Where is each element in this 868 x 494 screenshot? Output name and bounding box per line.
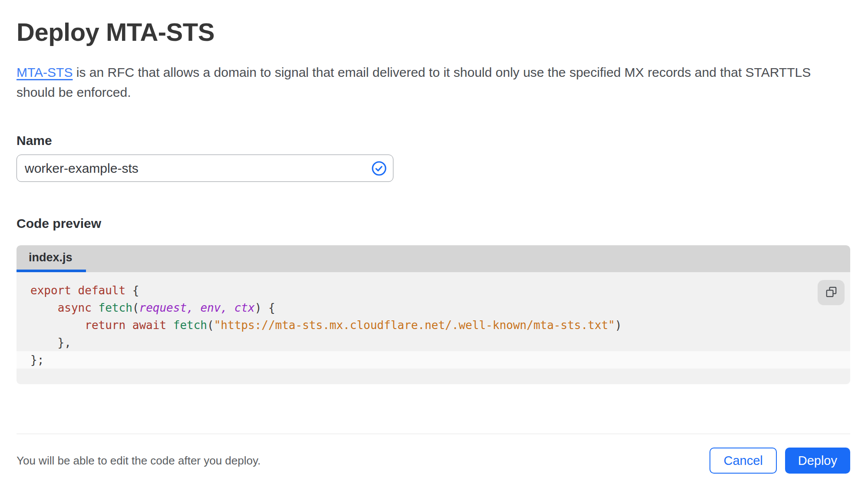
code-line: async fetch(request, env, ctx) { xyxy=(17,299,850,316)
name-input[interactable] xyxy=(17,155,393,182)
check-circle-icon xyxy=(371,161,387,176)
code-line: return await fetch("https://mta-sts.mx.c… xyxy=(17,316,850,334)
cancel-button[interactable]: Cancel xyxy=(710,448,776,474)
intro-paragraph: MTA-STS is an RFC that allows a domain t… xyxy=(17,63,850,102)
code-token xyxy=(30,301,58,314)
mta-sts-link[interactable]: MTA-STS xyxy=(17,65,73,79)
name-input-wrap xyxy=(17,155,393,182)
code-token: { xyxy=(125,284,139,297)
code-token: env, xyxy=(200,301,228,314)
code-token: "https://mta-sts.mx.cloudflare.net/.well… xyxy=(214,319,615,332)
code-token: ) { xyxy=(255,301,275,314)
code-token: ( xyxy=(132,301,139,314)
code-token: fetch xyxy=(173,319,207,332)
code-tab-bar: index.js xyxy=(17,245,850,272)
code-lines: export default { async fetch(request, en… xyxy=(17,282,850,369)
code-token: async xyxy=(58,301,92,314)
code-editor: export default { async fetch(request, en… xyxy=(17,272,850,384)
code-token: ) xyxy=(615,319,622,332)
code-token xyxy=(71,284,78,297)
code-token xyxy=(125,319,132,332)
code-token: return xyxy=(85,319,125,332)
code-line: }, xyxy=(17,334,850,351)
code-token: ctx xyxy=(234,301,255,314)
code-token: }, xyxy=(30,336,71,349)
code-line: export default { xyxy=(17,282,850,299)
copy-icon xyxy=(825,286,837,299)
deploy-button[interactable]: Deploy xyxy=(785,448,850,474)
footer-note: You will be able to edit the code after … xyxy=(17,454,261,468)
code-line: }; xyxy=(17,351,850,369)
code-token xyxy=(30,319,85,332)
code-token xyxy=(92,301,99,314)
code-token: request, xyxy=(139,301,194,314)
name-label: Name xyxy=(17,133,850,148)
code-token xyxy=(228,301,234,314)
intro-text: is an RFC that allows a domain to signal… xyxy=(17,65,811,99)
code-preview-card: index.js export default { async fetch(re… xyxy=(17,245,850,384)
page-title: Deploy MTA-STS xyxy=(17,16,850,48)
code-token: await xyxy=(132,319,166,332)
deploy-mta-sts-page: Deploy MTA-STS MTA-STS is an RFC that al… xyxy=(0,16,868,494)
code-token: fetch xyxy=(99,301,132,314)
code-token: }; xyxy=(30,353,44,366)
code-token: export xyxy=(30,284,71,297)
code-token xyxy=(166,319,173,332)
code-token xyxy=(194,301,201,314)
tab-index-js[interactable]: index.js xyxy=(17,245,92,270)
code-token: ( xyxy=(207,319,214,332)
code-preview-label: Code preview xyxy=(17,216,850,231)
footer: You will be able to edit the code after … xyxy=(17,434,850,474)
copy-code-button[interactable] xyxy=(818,280,845,305)
code-token: default xyxy=(78,284,126,297)
footer-actions: Cancel Deploy xyxy=(710,448,850,474)
